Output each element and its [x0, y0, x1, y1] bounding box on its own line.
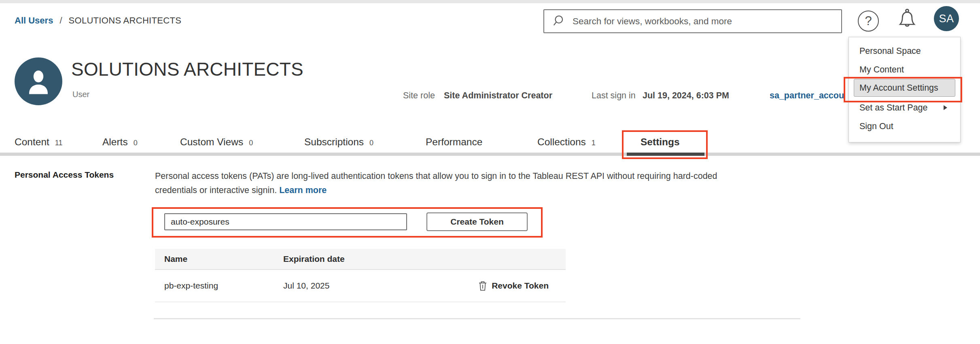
site-role-label: Site role — [403, 91, 435, 101]
account-username-link[interactable]: sa_partner_accou — [770, 91, 844, 101]
tab-label: Collections — [537, 136, 586, 148]
tab-label: Settings — [641, 136, 680, 148]
breadcrumb-all-users-link[interactable]: All Users — [15, 15, 53, 26]
menu-item-label: Set as Start Page — [859, 103, 928, 113]
tab-settings[interactable]: Settings — [641, 136, 680, 148]
tab-label: Content — [15, 136, 49, 148]
table-row: pb-exp-testing Jul 10, 2025 Revoke Token — [155, 270, 566, 302]
page-title: SOLUTIONS ARCHITECTS — [71, 58, 303, 80]
pat-description: Personal access tokens (PATs) are long-l… — [155, 169, 810, 197]
revoke-token-label: Revoke Token — [492, 281, 549, 291]
token-name-input[interactable] — [164, 213, 407, 230]
trash-icon — [478, 280, 488, 291]
breadcrumb: All Users / SOLUTIONS ARCHITECTS — [15, 15, 181, 26]
submenu-arrow-icon — [944, 105, 947, 110]
tab-label: Subscriptions — [304, 136, 364, 148]
revoke-token-button[interactable]: Revoke Token — [478, 280, 566, 291]
tab-custom-views[interactable]: Custom Views 0 — [180, 136, 253, 148]
notifications-bell-icon[interactable] — [895, 7, 919, 32]
menu-item-set-as-start-page[interactable]: Set as Start Page — [849, 98, 960, 117]
section-divider — [154, 318, 800, 319]
tab-label: Performance — [426, 136, 482, 148]
last-signin-label: Last sign in — [592, 91, 636, 101]
last-signin-value: Jul 19, 2024, 6:03 PM — [643, 91, 729, 101]
tab-count: 1 — [592, 139, 596, 147]
account-dropdown-menu: Personal Space My Content My Account Set… — [848, 37, 961, 142]
pat-table-header: Name Expiration date — [155, 249, 566, 270]
token-expiration-cell: Jul 10, 2025 — [283, 281, 478, 291]
window-top-strip — [0, 0, 980, 3]
tab-count: 11 — [55, 139, 63, 147]
site-role-value: Site Administrator Creator — [444, 91, 552, 101]
tab-performance[interactable]: Performance — [426, 136, 482, 148]
menu-item-personal-space[interactable]: Personal Space — [849, 42, 960, 60]
pat-section-label: Personal Access Tokens — [15, 170, 114, 180]
selected-tab-indicator — [627, 153, 704, 156]
tab-subscriptions[interactable]: Subscriptions 0 — [304, 136, 373, 148]
user-avatar[interactable]: SA — [934, 6, 959, 31]
tab-content[interactable]: Content 11 — [15, 136, 63, 148]
breadcrumb-current: SOLUTIONS ARCHITECTS — [69, 15, 182, 26]
pat-description-line2: credentials or interactive signin. — [155, 185, 277, 195]
avatar-initials: SA — [939, 13, 954, 25]
pat-description-line1: Personal access tokens (PATs) are long-l… — [155, 171, 717, 181]
menu-item-sign-out[interactable]: Sign Out — [849, 117, 960, 136]
search-input[interactable] — [573, 16, 832, 27]
learn-more-link[interactable]: Learn more — [279, 185, 327, 195]
menu-item-my-account-settings[interactable]: My Account Settings — [854, 79, 955, 97]
tab-count: 0 — [134, 139, 138, 147]
tab-collections[interactable]: Collections 1 — [537, 136, 596, 148]
search-icon — [552, 15, 566, 28]
tab-alerts[interactable]: Alerts 0 — [102, 136, 138, 148]
token-name-cell: pb-exp-testing — [155, 281, 283, 291]
column-header-expiration: Expiration date — [283, 254, 345, 264]
tabs-divider — [0, 153, 980, 156]
profile-meta-row: Site role Site Administrator Creator Las… — [0, 91, 980, 103]
tab-bar: Content 11 Alerts 0 Custom Views 0 Subsc… — [0, 136, 980, 149]
tab-label: Custom Views — [180, 136, 243, 148]
pat-table: Name Expiration date pb-exp-testing Jul … — [155, 249, 566, 302]
create-token-button[interactable]: Create Token — [426, 212, 528, 231]
tab-label: Alerts — [102, 136, 128, 148]
search-bar[interactable] — [543, 9, 842, 33]
column-header-name: Name — [155, 254, 283, 264]
menu-item-my-content[interactable]: My Content — [849, 60, 960, 79]
breadcrumb-separator: / — [59, 15, 62, 26]
tab-count: 0 — [369, 139, 373, 147]
help-icon[interactable]: ? — [858, 11, 879, 32]
tab-count: 0 — [249, 139, 253, 147]
